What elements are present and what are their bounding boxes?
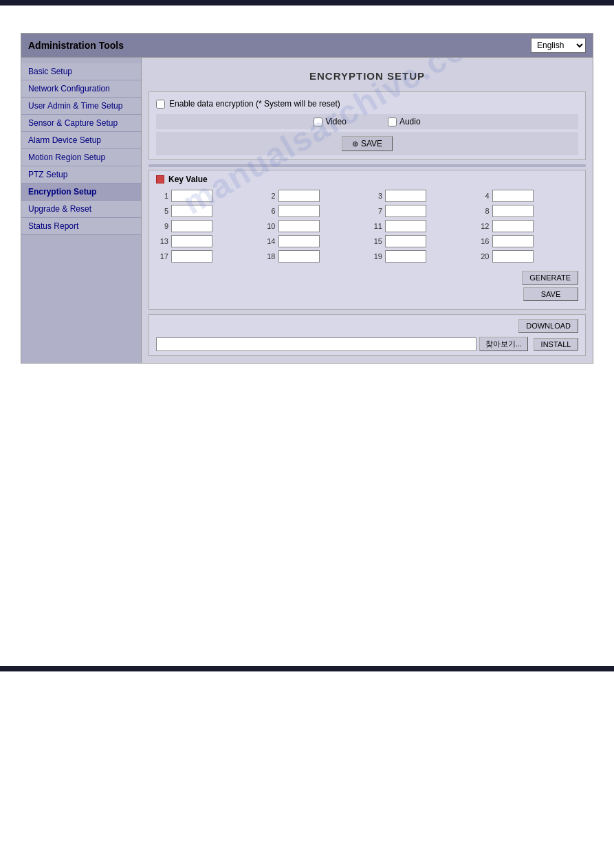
enable-encryption-checkbox[interactable] <box>156 100 165 109</box>
enable-encryption-label: Enable data encryption (* System will be… <box>169 99 340 109</box>
divider-1 <box>149 164 586 167</box>
key-num-3: 3 <box>370 192 382 200</box>
key-input-16[interactable] <box>492 235 534 247</box>
video-label: Video <box>325 117 346 126</box>
key-field-1: 1 <box>156 190 258 202</box>
sidebar-item-alarm-device-setup[interactable]: Alarm Device Setup <box>21 132 141 149</box>
key-num-20: 20 <box>477 252 490 260</box>
key-grid: 1 2 3 4 <box>156 190 578 263</box>
key-input-5[interactable] <box>171 205 212 217</box>
admin-body: Basic Setup Network Configuration User A… <box>21 58 593 363</box>
key-input-7[interactable] <box>385 205 426 217</box>
key-input-6[interactable] <box>278 205 320 217</box>
key-num-16: 16 <box>477 237 490 245</box>
top-save-button[interactable]: ⊕ SAVE <box>342 136 393 151</box>
key-num-15: 15 <box>370 237 382 245</box>
key-header: Key Value <box>156 175 578 184</box>
key-input-19[interactable] <box>385 250 426 263</box>
key-input-20[interactable] <box>492 250 534 263</box>
key-input-4[interactable] <box>492 190 534 202</box>
save-icon: ⊕ <box>352 140 358 148</box>
sidebar-item-network-configuration[interactable]: Network Configuration <box>21 80 141 98</box>
enable-encryption-row: Enable data encryption (* System will be… <box>156 96 578 111</box>
key-field-2: 2 <box>263 190 365 202</box>
key-num-1: 1 <box>156 192 168 200</box>
key-input-14[interactable] <box>278 235 320 247</box>
key-input-17[interactable] <box>171 250 212 263</box>
key-num-12: 12 <box>477 222 490 230</box>
key-num-13: 13 <box>156 237 168 245</box>
admin-title: Administration Tools <box>28 40 124 51</box>
key-value-section: Key Value 1 2 3 <box>149 170 586 310</box>
language-select[interactable]: English Korean <box>531 38 586 53</box>
top-save-row: ⊕ SAVE <box>156 132 578 155</box>
key-field-16: 16 <box>477 235 579 247</box>
key-field-13: 13 <box>156 235 258 247</box>
key-input-1[interactable] <box>171 190 212 202</box>
top-bar <box>0 0 614 5</box>
key-field-12: 12 <box>477 220 579 232</box>
key-icon <box>156 175 164 183</box>
key-input-12[interactable] <box>492 220 534 232</box>
key-num-11: 11 <box>370 222 382 230</box>
page-title: ENCRYPTION SETUP <box>149 65 586 87</box>
sidebar-item-encryption-setup[interactable]: Encryption Setup <box>21 183 141 201</box>
key-field-9: 9 <box>156 220 258 232</box>
key-field-18: 18 <box>263 250 365 263</box>
install-button[interactable]: INSTALL <box>534 338 578 350</box>
key-field-11: 11 <box>370 220 472 232</box>
audio-option: Audio <box>388 117 421 126</box>
key-field-3: 3 <box>370 190 472 202</box>
key-action-buttons: GENERATE SAVE <box>156 267 578 305</box>
key-input-10[interactable] <box>278 220 320 232</box>
key-input-8[interactable] <box>492 205 534 217</box>
generate-button[interactable]: GENERATE <box>522 271 578 285</box>
sidebar-item-user-admin-time-setup[interactable]: User Admin & Time Setup <box>21 98 141 115</box>
key-input-15[interactable] <box>385 235 426 247</box>
sidebar-item-sensor-capture-setup[interactable]: Sensor & Capture Setup <box>21 115 141 132</box>
browse-button[interactable]: 찾아보기... <box>479 337 528 351</box>
key-input-11[interactable] <box>385 220 426 232</box>
enable-encryption-section: Enable data encryption (* System will be… <box>149 91 586 160</box>
sidebar-item-status-report[interactable]: Status Report <box>21 218 141 235</box>
key-input-18[interactable] <box>278 250 320 263</box>
file-path-input[interactable] <box>156 337 476 351</box>
key-field-19: 19 <box>370 250 472 263</box>
sidebar-item-motion-region-setup[interactable]: Motion Region Setup <box>21 149 141 166</box>
sidebar-item-upgrade-reset[interactable]: Upgrade & Reset <box>21 201 141 218</box>
file-input-row: 찾아보기... <box>156 337 528 351</box>
key-num-18: 18 <box>263 252 276 260</box>
key-field-7: 7 <box>370 205 472 217</box>
key-num-9: 9 <box>156 222 168 230</box>
admin-header: Administration Tools English Korean <box>21 34 593 58</box>
key-field-8: 8 <box>477 205 579 217</box>
download-button[interactable]: DOWNLOAD <box>518 319 578 333</box>
key-num-10: 10 <box>263 222 276 230</box>
key-input-3[interactable] <box>385 190 426 202</box>
download-row: 찾아보기... INSTALL <box>156 337 578 351</box>
download-section: DOWNLOAD 찾아보기... INSTALL <box>149 314 586 356</box>
main-content: manualsarchive.com ENCRYPTION SETUP Enab… <box>142 58 593 363</box>
video-checkbox[interactable] <box>314 118 322 126</box>
audio-checkbox[interactable] <box>388 118 397 126</box>
sidebar-item-basic-setup[interactable]: Basic Setup <box>21 63 141 80</box>
key-input-2[interactable] <box>278 190 320 202</box>
key-input-13[interactable] <box>171 235 212 247</box>
key-num-6: 6 <box>263 207 276 215</box>
key-input-9[interactable] <box>171 220 212 232</box>
key-num-17: 17 <box>156 252 168 260</box>
key-field-10: 10 <box>263 220 365 232</box>
sidebar-item-ptz-setup[interactable]: PTZ Setup <box>21 166 141 183</box>
video-option: Video <box>314 117 346 126</box>
top-save-label: SAVE <box>361 139 382 148</box>
key-save-button[interactable]: SAVE <box>523 287 578 301</box>
media-options-row: Video Audio <box>156 114 578 129</box>
key-field-15: 15 <box>370 235 472 247</box>
key-field-6: 6 <box>263 205 365 217</box>
key-num-19: 19 <box>370 252 382 260</box>
key-field-14: 14 <box>263 235 365 247</box>
key-num-2: 2 <box>263 192 276 200</box>
key-num-14: 14 <box>263 237 276 245</box>
key-value-label: Key Value <box>168 175 208 184</box>
key-field-20: 20 <box>477 250 579 263</box>
